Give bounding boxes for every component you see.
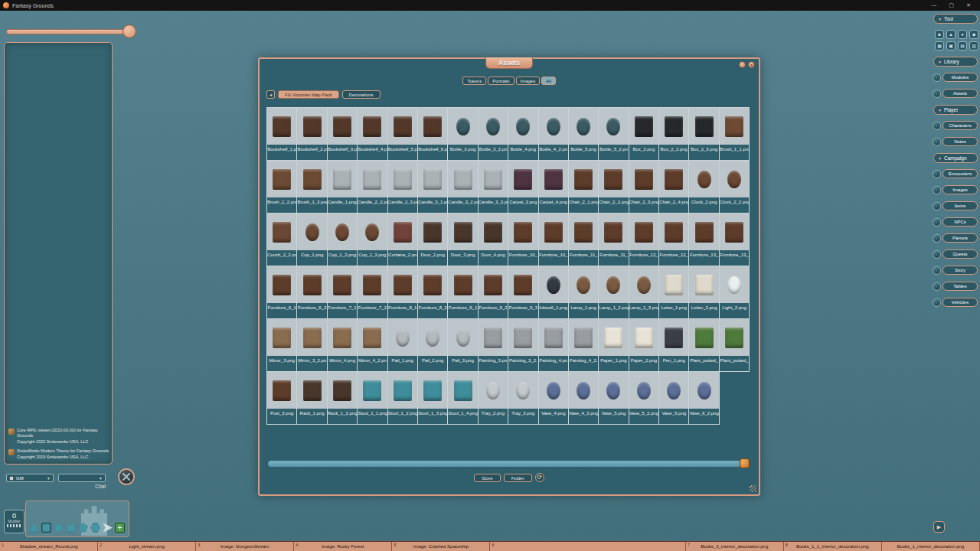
asset-cell[interactable]: Painting_3.pn bbox=[479, 319, 508, 372]
asset-cell[interactable]: Letter_1.png bbox=[659, 266, 689, 319]
asset-cell[interactable]: Furniture_10_ bbox=[539, 214, 569, 266]
asset-cell[interactable]: Bookshelf_4.p bbox=[358, 108, 387, 161]
asset-cell[interactable]: Door_3.png bbox=[448, 214, 478, 266]
window-pin-button[interactable] bbox=[739, 61, 746, 68]
asset-cell[interactable]: Vase_5.png bbox=[599, 372, 629, 425]
asset-cell[interactable]: Furniture_13_ bbox=[720, 214, 750, 266]
volume-slider[interactable] bbox=[6, 29, 130, 34]
asset-cell[interactable]: Furniture_12_ bbox=[659, 214, 689, 266]
asset-cell[interactable]: Curtains_2.pn bbox=[388, 214, 418, 266]
asset-cell[interactable]: Pail_2.png bbox=[418, 319, 448, 372]
asset-cell[interactable]: Furniture_6_2 bbox=[297, 266, 327, 319]
asset-cell[interactable]: Furniture_8_1 bbox=[388, 266, 418, 319]
sidebar-item-parcels[interactable]: Parcels bbox=[933, 233, 979, 243]
sidebar-item-quests[interactable]: Quests bbox=[933, 249, 979, 259]
d8-die[interactable] bbox=[54, 523, 64, 533]
asset-cell[interactable]: Furniture_6_1 bbox=[267, 266, 297, 319]
asset-cell[interactable]: Lamp_1_2.png bbox=[599, 266, 629, 319]
asset-cell[interactable]: Rack_1_2.png bbox=[328, 372, 358, 425]
sidebar-item-items[interactable]: Items bbox=[933, 201, 979, 210]
asset-cell[interactable]: Bookshelf_6.p bbox=[418, 108, 448, 161]
asset-cell[interactable]: Pail_3.png bbox=[448, 319, 478, 372]
asset-cell[interactable]: Door_4.png bbox=[479, 214, 508, 266]
asset-cell[interactable]: Mirror_3_2.pn bbox=[297, 319, 327, 372]
asset-cell[interactable]: Bookshelf_3.p bbox=[328, 108, 358, 161]
asset-cell[interactable]: Bottle_5_2.pn bbox=[599, 108, 629, 161]
asset-cell[interactable]: Furniture_10_ bbox=[508, 214, 538, 266]
minimize-button[interactable]: — bbox=[932, 2, 937, 8]
dice-tower-button[interactable] bbox=[118, 468, 135, 485]
asset-cell[interactable]: Stool_1_3.png bbox=[418, 372, 448, 425]
asset-cell[interactable]: Furniture_9_1 bbox=[448, 266, 478, 319]
tool-button-6[interactable]: ▣ bbox=[946, 41, 956, 51]
chat-target-select[interactable]: ▼ bbox=[58, 474, 106, 482]
taskbar-tab[interactable]: Books_1_interior_decoration.png bbox=[882, 542, 980, 551]
asset-cell[interactable]: Chair_2_2.png bbox=[599, 161, 629, 214]
refresh-button[interactable]: ⟳ bbox=[535, 473, 544, 482]
store-button[interactable]: Store bbox=[474, 474, 500, 482]
sidebar-collapse-button[interactable]: ▶ bbox=[933, 521, 945, 533]
window-close-button[interactable]: ✕ bbox=[748, 61, 755, 68]
sidebar-item-modules[interactable]: Modules bbox=[933, 73, 979, 82]
asset-cell[interactable]: Furniture_8_2 bbox=[418, 266, 448, 319]
asset-cell[interactable]: Door_2.png bbox=[418, 214, 448, 266]
asset-cell[interactable]: Bottle_4.png bbox=[508, 108, 538, 161]
tab-portraits[interactable]: Portraits bbox=[488, 77, 514, 85]
asset-cell[interactable]: Stool_1_4.png bbox=[448, 372, 478, 425]
asset-cell[interactable]: Box_2_3.png bbox=[689, 108, 719, 161]
close-button[interactable]: ✕ bbox=[966, 2, 971, 8]
asset-cell[interactable]: Cup_1.png bbox=[297, 214, 327, 266]
tab-tokens[interactable]: Tokens bbox=[462, 77, 486, 85]
tab-all[interactable]: All bbox=[541, 77, 556, 85]
asset-cell[interactable]: Furniture_7_1 bbox=[328, 266, 358, 319]
asset-cell[interactable]: Chair_2_3.png bbox=[629, 161, 659, 214]
window-title[interactable]: Assets bbox=[485, 57, 533, 69]
d20-die[interactable] bbox=[90, 523, 100, 533]
asset-cell[interactable]: Bookshelf_5.p bbox=[388, 108, 418, 161]
asset-cell[interactable]: Letter_2.png bbox=[689, 266, 719, 319]
tool-button-5[interactable]: ▦ bbox=[935, 41, 944, 51]
asset-cell[interactable]: Clock_2_2.png bbox=[720, 161, 750, 214]
asset-cell[interactable]: Candle_2_3.pn bbox=[388, 161, 418, 214]
asset-cell[interactable]: Carpet_4.png bbox=[539, 161, 569, 214]
slider-handle[interactable] bbox=[122, 24, 136, 38]
asset-cell[interactable]: Candle_2_2.pn bbox=[358, 161, 387, 214]
asset-cell[interactable]: Carpet_3.png bbox=[508, 161, 538, 214]
sidebar-item-story[interactable]: Story bbox=[933, 266, 979, 275]
folder-button[interactable]: Folder bbox=[504, 474, 532, 482]
asset-cell[interactable]: Mirror_4.png bbox=[328, 319, 358, 372]
d4-die[interactable] bbox=[29, 523, 39, 533]
taskbar-tab[interactable]: 5Image: Crashed Spaceship bbox=[392, 542, 490, 551]
asset-cell[interactable]: Painting_4_2. bbox=[569, 319, 599, 372]
tab-images[interactable]: Images bbox=[516, 77, 541, 85]
asset-cell[interactable]: Paper_2.png bbox=[629, 319, 659, 372]
asset-cell[interactable]: Furniture_11_ bbox=[569, 214, 599, 266]
taskbar-tab[interactable]: 2Light_stream.png bbox=[98, 542, 196, 551]
asset-cell[interactable]: Painting_4.pn bbox=[539, 319, 569, 372]
asset-cell[interactable]: Furniture_13_ bbox=[689, 214, 719, 266]
tool-button-7[interactable]: ▤ bbox=[958, 41, 967, 51]
asset-cell[interactable]: Furniture_7_2 bbox=[358, 266, 387, 319]
asset-cell[interactable]: Candle_1.png bbox=[328, 161, 358, 214]
asset-cell[interactable]: Candle_3_1.pn bbox=[418, 161, 448, 214]
sidebar-item-vehicles[interactable]: Vehicles bbox=[933, 298, 979, 307]
asset-cell[interactable]: Furniture_12_ bbox=[629, 214, 659, 266]
asset-cell[interactable]: Box_2.png bbox=[629, 108, 659, 161]
resize-handle[interactable] bbox=[750, 485, 756, 492]
add-die-button[interactable]: + bbox=[115, 523, 125, 533]
asset-cell[interactable]: Mirror_3.png bbox=[267, 319, 297, 372]
d6-die[interactable] bbox=[41, 523, 51, 533]
asset-cell[interactable]: Stool_1_1.png bbox=[358, 372, 387, 425]
horizontal-scrollbar[interactable] bbox=[267, 460, 742, 468]
asset-cell[interactable]: Tray_3.png bbox=[508, 372, 538, 425]
asset-cell[interactable]: Vase_4.png bbox=[539, 372, 569, 425]
asset-cell[interactable]: Stool_1_2.png bbox=[388, 372, 418, 425]
asset-cell[interactable]: Plant_potted_ bbox=[720, 319, 750, 372]
asset-cell[interactable]: Lamp_1_3.png bbox=[629, 266, 659, 319]
asset-cell[interactable]: Chair_2_1.png bbox=[569, 161, 599, 214]
asset-cell[interactable]: Rack_1.png bbox=[297, 372, 327, 425]
asset-cell[interactable]: Bottle_3_2.pn bbox=[479, 108, 508, 161]
taskbar-tab[interactable]: 3Image: DungeonStream bbox=[196, 542, 294, 551]
sidebar-item-notes[interactable]: Notes bbox=[933, 137, 979, 146]
asset-cell[interactable]: Furniture_9_3 bbox=[508, 266, 538, 319]
